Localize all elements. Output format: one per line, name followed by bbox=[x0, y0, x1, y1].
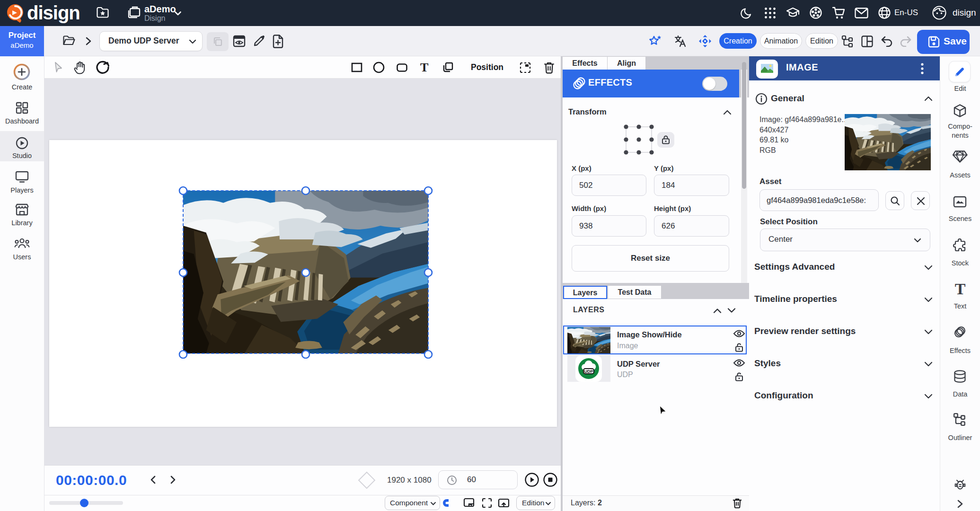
svg-text:UDP: UDP bbox=[584, 369, 593, 374]
